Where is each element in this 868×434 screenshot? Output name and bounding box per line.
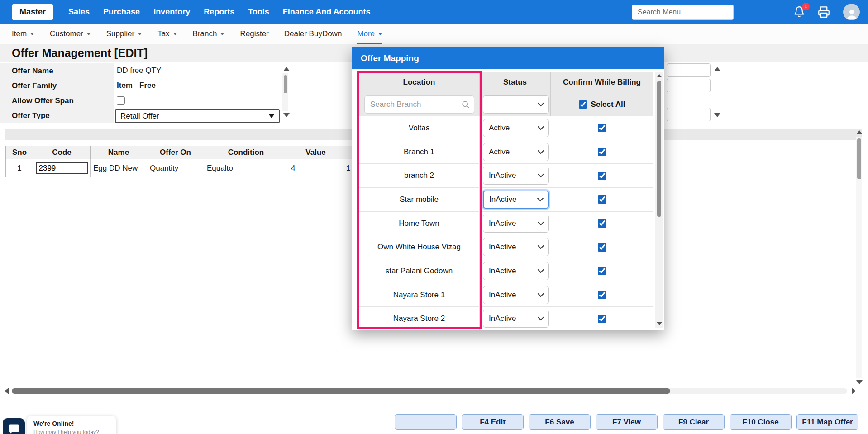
billing-checkbox[interactable]	[598, 267, 606, 275]
topnav-item-purchase[interactable]: Purchase	[96, 7, 147, 17]
chevron-down-icon	[538, 243, 544, 249]
right-form-field[interactable]	[667, 108, 711, 121]
search-branch-input[interactable]	[364, 95, 474, 114]
right-form-field[interactable]	[667, 63, 711, 77]
printer-icon[interactable]	[818, 6, 830, 19]
f4-edit-button[interactable]: F4 Edit	[462, 414, 524, 430]
menubar-item-label: Tax	[157, 29, 169, 38]
status-select[interactable]: InActive	[483, 262, 549, 280]
page-scrollbar-thumb[interactable]	[857, 138, 861, 179]
location-name: Voltas	[359, 116, 480, 140]
status-select[interactable]: InActive	[483, 238, 549, 256]
f6-save-button[interactable]: F6 Save	[529, 414, 591, 430]
menubar-item-register[interactable]: Register	[240, 24, 268, 44]
cell-condition: Equalto	[204, 159, 288, 177]
billing-checkbox[interactable]	[598, 219, 606, 228]
menubar-item-customer[interactable]: Customer	[50, 24, 91, 44]
right-form-field[interactable]	[667, 79, 711, 92]
f11-map-offer-button[interactable]: F11 Map Offer	[796, 414, 858, 430]
menubar-item-more[interactable]: More	[357, 24, 382, 44]
status-select-focused[interactable]: InActive	[483, 191, 549, 209]
topnav-item-finance[interactable]: Finance And Accounts	[276, 7, 377, 17]
select-all-cell: Select All	[551, 93, 653, 116]
caret-down-icon	[220, 33, 224, 35]
allow-offer-span-checkbox[interactable]	[117, 96, 125, 105]
location-name: Branch 1	[359, 140, 480, 164]
footer-button-empty[interactable]	[395, 414, 457, 430]
f10-close-button[interactable]: F10 Close	[730, 414, 792, 430]
offer-type-select[interactable]: Retail Offer	[115, 109, 280, 123]
arrow-up-icon[interactable]	[714, 67, 720, 71]
offer-mapping-modal: Offer Mapping Location Status Confirm Wh…	[352, 47, 664, 330]
billing-checkbox[interactable]	[598, 291, 606, 299]
modal-scrollbar-thumb[interactable]	[657, 81, 661, 217]
topnav-item-reports[interactable]: Reports	[197, 7, 241, 17]
arrow-right-icon[interactable]	[852, 388, 856, 394]
caret-down-icon	[378, 33, 382, 35]
status-select[interactable]: InActive	[483, 310, 549, 328]
topnav-right-cluster: 1	[632, 4, 868, 20]
billing-checkbox[interactable]	[598, 148, 606, 156]
arrow-down-icon[interactable]	[856, 380, 863, 384]
arrow-down-icon[interactable]	[657, 322, 662, 325]
topnav-item-master[interactable]: Master	[12, 4, 53, 20]
top-navbar: Master Sales Purchase Inventory Reports …	[0, 0, 868, 24]
form-scrollbar-thumb[interactable]	[284, 75, 287, 93]
code-input[interactable]	[36, 162, 88, 174]
status-select[interactable]: Active	[483, 119, 549, 137]
cell-code	[33, 159, 91, 177]
status-value: InActive	[489, 219, 516, 228]
f9-clear-button[interactable]: F9 Clear	[663, 414, 725, 430]
form-row-offer-name: Offer Name	[0, 63, 114, 78]
status-filter-select[interactable]	[483, 95, 549, 114]
menubar-item-label: Customer	[50, 29, 83, 38]
topnav-item-sales[interactable]: Sales	[62, 7, 96, 17]
offer-name-field[interactable]: DD free QTY	[115, 63, 280, 78]
caret-down-icon	[86, 33, 91, 35]
branch-search-box	[364, 95, 474, 114]
menubar-item-tax[interactable]: Tax	[157, 24, 177, 44]
menubar-item-branch[interactable]: Branch	[193, 24, 225, 44]
offer-family-field[interactable]: Item - Free	[115, 78, 280, 93]
billing-checkbox[interactable]	[598, 172, 606, 180]
f7-view-button[interactable]: F7 View	[596, 414, 658, 430]
menubar-item-label: Item	[12, 29, 27, 38]
menubar-item-item[interactable]: Item	[12, 24, 34, 44]
menubar-item-label: Supplier	[106, 29, 134, 38]
arrow-up-icon[interactable]	[856, 130, 863, 134]
chat-status-card[interactable]: We're Online! How may I help you today?	[27, 416, 116, 434]
arrow-up-icon[interactable]	[657, 74, 662, 77]
billing-checkbox[interactable]	[598, 195, 606, 204]
topnav-item-tools[interactable]: Tools	[241, 7, 276, 17]
arrow-down-icon[interactable]	[283, 113, 290, 117]
status-value: InActive	[489, 267, 516, 276]
menubar-item-dealer-buydown[interactable]: Dealer BuyDown	[284, 24, 342, 44]
billing-checkbox[interactable]	[598, 315, 606, 323]
select-all-checkbox[interactable]	[579, 100, 587, 109]
location-row: Own White House Vizag InActive	[359, 235, 653, 259]
status-select[interactable]: Active	[483, 143, 549, 161]
arrow-up-icon[interactable]	[283, 67, 290, 71]
search-menu-input[interactable]	[632, 5, 734, 20]
billing-checkbox[interactable]	[598, 243, 606, 252]
status-select[interactable]: InActive	[483, 215, 549, 233]
hscrollbar-thumb[interactable]	[12, 388, 670, 394]
menubar-item-label: Branch	[193, 29, 217, 38]
billing-checkbox[interactable]	[598, 124, 606, 132]
bell-icon[interactable]: 1	[793, 6, 806, 19]
location-name: Nayara Store 2	[359, 307, 480, 330]
status-select[interactable]: InActive	[483, 286, 549, 304]
modal-scrollbar-track[interactable]	[655, 72, 663, 328]
chat-icon[interactable]	[3, 418, 25, 434]
user-avatar[interactable]	[843, 4, 860, 20]
status-value: InActive	[489, 195, 516, 204]
status-value: Active	[489, 124, 510, 133]
status-select[interactable]: InActive	[483, 167, 549, 185]
arrow-down-icon[interactable]	[714, 113, 720, 117]
offer-conditions-table: Sno Code Name Offer On Condition Value 1…	[5, 146, 411, 177]
status-value: InActive	[489, 291, 516, 300]
col-header-name: Name	[91, 146, 147, 159]
menubar-item-supplier[interactable]: Supplier	[106, 24, 142, 44]
arrow-left-icon[interactable]	[5, 388, 9, 394]
topnav-item-inventory[interactable]: Inventory	[147, 7, 197, 17]
